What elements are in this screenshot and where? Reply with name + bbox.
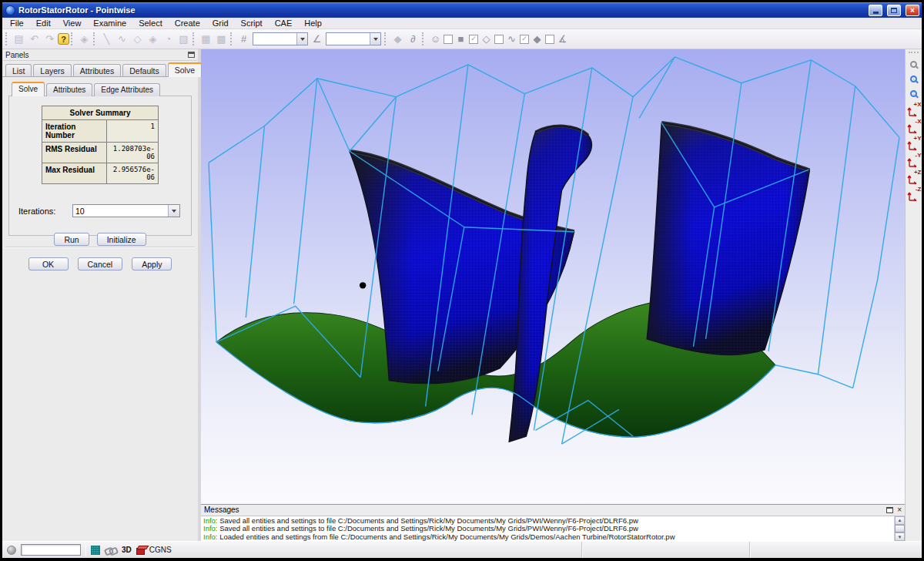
show-connectors-icon[interactable]: ∿ [504,32,519,46]
view-plus-x-button[interactable]: +X [906,102,922,117]
selected-point[interactable] [360,282,366,288]
tab-defaults[interactable]: Defaults [122,64,166,77]
angle-value [326,33,370,45]
grid-level-icon[interactable]: # [236,32,251,46]
viewport-3d-scene[interactable] [201,49,905,504]
tab-attributes[interactable]: Attributes [73,64,121,77]
view-toolbar: +X -X +Y [905,49,922,541]
extrude-icon[interactable]: ◔ [161,32,176,46]
show-databases-icon[interactable]: ☺ [428,32,443,46]
toolbar-grip[interactable] [230,32,234,45]
chevron-down-icon[interactable] [370,33,380,45]
save-icon[interactable]: ▤ [12,32,26,46]
magnifier-icon [910,61,917,68]
undock-panel-icon[interactable] [188,52,195,58]
ok-button[interactable]: OK [28,257,69,270]
orient-icon[interactable]: ◆ [390,32,405,46]
toolbar-grip[interactable] [93,32,97,45]
toolbar-grip[interactable] [384,32,388,45]
messages-scrollbar[interactable]: ▲ ▼ [894,516,905,541]
view-minus-z-button[interactable]: -Z [906,186,922,202]
zoom-previous-button[interactable] [907,58,920,71]
scrollbar-thumb[interactable] [895,525,905,533]
close-button[interactable]: × [906,5,919,16]
create-connector-icon[interactable]: ╲ [99,32,114,46]
undo-icon[interactable]: ↶ [27,32,42,46]
menu-grid[interactable]: Grid [206,18,235,29]
redo-icon[interactable]: ↷ [42,32,57,46]
status-light-icon [7,546,16,555]
menu-create[interactable]: Create [169,18,206,29]
scroll-up-icon[interactable]: ▲ [895,516,905,525]
view-plus-z-button[interactable]: +Z [906,170,922,185]
angle-icon[interactable]: ∠ [310,32,324,46]
restore-button[interactable] [887,5,901,16]
toolbar-grip[interactable] [422,32,426,45]
toolbar-grip[interactable] [5,32,9,45]
messages-title-bar[interactable]: Messages × [201,505,905,516]
app-logo-icon [5,5,15,15]
minimize-button[interactable] [869,5,882,16]
tab-layers[interactable]: Layers [33,64,72,77]
title-bar[interactable]: RotorStatorRotor - Pointwise × [2,2,922,18]
undock-messages-icon[interactable] [886,507,893,513]
subtab-attributes[interactable]: Attributes [46,83,92,96]
angle-combobox[interactable] [326,32,381,45]
menu-help[interactable]: Help [298,18,328,29]
panels-title-bar[interactable]: Panels [2,49,198,61]
menu-bar: FileEditViewExamineSelectCreateGridScrip… [2,18,922,29]
toolbar-grip[interactable] [192,32,196,45]
create-domain-icon[interactable]: ◇ [130,32,145,46]
menu-script[interactable]: Script [235,18,269,29]
help-icon[interactable]: ? [58,33,69,45]
solve-subtab-bar: SolveAttributesEdge Attributes [2,77,198,96]
menu-cae[interactable]: CAE [269,18,299,29]
toolbar-grip[interactable] [909,52,919,55]
show-points-icon[interactable]: ∡ [555,32,570,46]
blocks-visibility-checkbox[interactable] [469,35,478,44]
unstructured-grid-icon[interactable]: ▩ [214,32,229,46]
show-spacings-icon[interactable]: ◆ [530,32,544,46]
derivative-icon[interactable]: ∂ [406,32,420,46]
databases-visibility-checkbox[interactable] [444,35,453,44]
chevron-down-icon[interactable] [168,205,179,217]
cancel-button[interactable]: Cancel [78,257,123,270]
tab-solve[interactable]: Solve [168,62,202,77]
view-minus-x-button[interactable]: -X [906,119,922,134]
message-line: Info: Loaded entities and settings from … [203,533,892,541]
structured-grid-icon[interactable]: ▦ [199,32,213,46]
solver-summary-row: Iteration Number 1 [42,119,158,142]
iterations-combobox[interactable]: 10 [72,204,180,217]
apply-button[interactable]: Apply [132,257,172,270]
zoom-selection-button[interactable] [907,87,920,100]
show-blocks-icon[interactable]: ■ [454,32,468,46]
tab-list[interactable]: List [5,64,32,77]
domains-visibility-checkbox[interactable] [494,35,504,44]
subtab-edge-attributes[interactable]: Edge Attributes [94,83,160,96]
create-block-icon[interactable]: ▧ [176,32,191,46]
create-domain-mesh-icon[interactable]: ◈ [146,32,160,46]
mask-layers-icon[interactable]: ◈ [77,32,92,46]
menu-edit[interactable]: Edit [30,18,57,29]
menu-examine[interactable]: Examine [87,18,132,29]
zoom-extents-button[interactable] [907,72,920,86]
close-messages-icon[interactable]: × [897,506,902,514]
grid-level-combobox[interactable] [253,32,308,45]
view-plus-y-button[interactable]: +Y [906,136,922,151]
run-button[interactable]: Run [54,233,89,246]
toolbar-grip[interactable] [71,32,75,45]
show-domains-icon[interactable]: ◇ [479,32,494,46]
subtab-solve[interactable]: Solve [12,82,45,96]
pointwise-window: RotorStatorRotor - Pointwise × FileEditV… [2,2,922,558]
messages-list[interactable]: Info: Saved all entities and settings to… [201,516,905,541]
scroll-down-icon[interactable]: ▼ [895,532,905,541]
spacings-visibility-checkbox[interactable] [545,35,554,44]
menu-view[interactable]: View [57,18,88,29]
connectors-visibility-checkbox[interactable] [520,35,529,44]
chevron-down-icon[interactable] [296,33,307,45]
menu-file[interactable]: File [4,18,30,29]
create-curve-icon[interactable]: ∿ [115,32,129,46]
view-minus-y-button[interactable]: -Y [906,153,922,168]
menu-select[interactable]: Select [132,18,169,29]
initialize-button[interactable]: Initialize [97,233,146,246]
